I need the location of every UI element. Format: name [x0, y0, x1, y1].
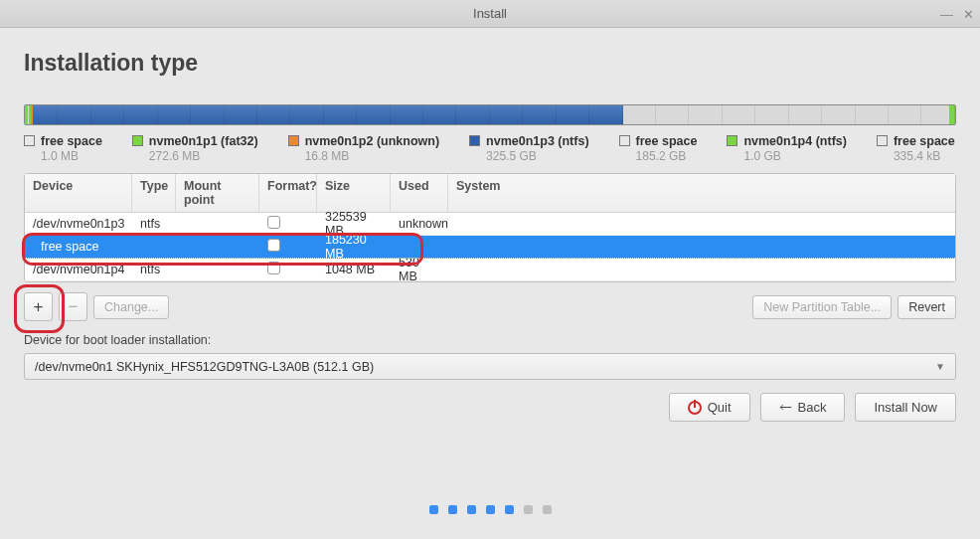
power-icon: [688, 401, 702, 415]
bootloader-label: Device for boot loader installation:: [24, 333, 956, 347]
step-dot[interactable]: [524, 505, 533, 514]
table-header: Device Type Mount point Format? Size Use…: [25, 174, 955, 213]
titlebar: Install ― ✕: [0, 0, 980, 28]
add-partition-button[interactable]: +: [24, 292, 53, 321]
step-dot[interactable]: [543, 505, 552, 514]
step-dot[interactable]: [505, 505, 514, 514]
quit-button[interactable]: Quit: [669, 393, 750, 422]
back-button[interactable]: 🡐Back: [760, 393, 846, 422]
col-device[interactable]: Device: [25, 174, 132, 212]
new-partition-table-button[interactable]: New Partition Table...: [752, 295, 892, 319]
install-now-button[interactable]: Install Now: [855, 393, 956, 422]
partition-legend: free space1.0 MB nvme0n1p1 (fat32)272.6 …: [24, 133, 956, 163]
bootloader-select[interactable]: /dev/nvme0n1 SKHynix_HFS512GD9TNG-L3A0B …: [24, 353, 956, 380]
table-row[interactable]: /dev/nvme0n1p3 ntfs 325539 MB unknown: [25, 213, 955, 236]
change-partition-button[interactable]: Change...: [93, 295, 169, 319]
col-type[interactable]: Type: [132, 174, 176, 212]
format-checkbox: [267, 216, 280, 229]
table-row-selected[interactable]: free space 185230 MB: [25, 236, 955, 259]
col-system[interactable]: System: [448, 174, 955, 212]
partition-table[interactable]: Device Type Mount point Format? Size Use…: [24, 173, 956, 282]
arrow-left-icon: 🡐: [779, 400, 792, 415]
step-dot[interactable]: [429, 505, 438, 514]
step-dot[interactable]: [467, 505, 476, 514]
window-title: Install: [0, 6, 980, 21]
col-used[interactable]: Used: [391, 174, 448, 212]
chevron-down-icon: ▼: [935, 361, 945, 372]
step-pager: [0, 505, 980, 514]
partition-bar[interactable]: [24, 104, 956, 125]
step-dot[interactable]: [448, 505, 457, 514]
step-dot[interactable]: [486, 505, 495, 514]
col-size[interactable]: Size: [317, 174, 391, 212]
revert-button[interactable]: Revert: [898, 295, 956, 319]
minimize-icon[interactable]: ―: [940, 7, 953, 22]
table-row[interactable]: /dev/nvme0n1p4 ntfs 1048 MB 530 MB: [25, 259, 955, 281]
format-checkbox: [267, 262, 280, 274]
page-title: Installation type: [24, 50, 956, 77]
close-icon[interactable]: ✕: [963, 7, 974, 22]
remove-partition-button[interactable]: −: [59, 292, 87, 321]
format-checkbox: [267, 239, 280, 252]
col-format[interactable]: Format?: [259, 174, 317, 212]
col-mount[interactable]: Mount point: [176, 174, 259, 212]
